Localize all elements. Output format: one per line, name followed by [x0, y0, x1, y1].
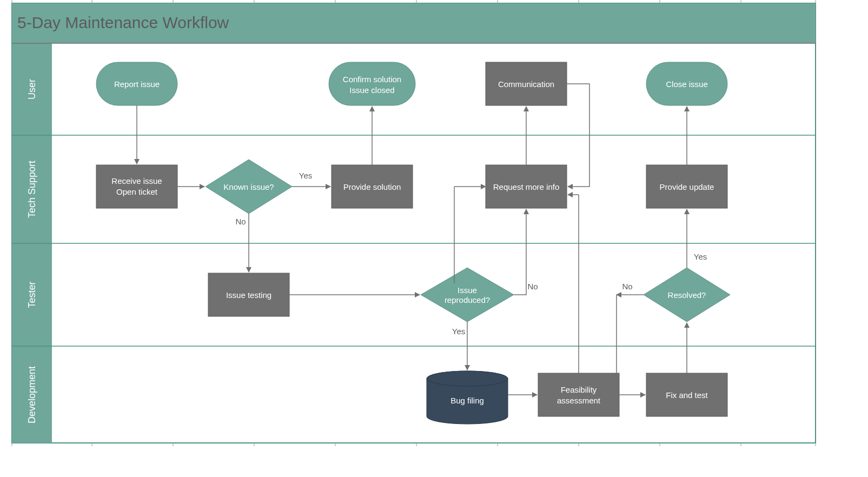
- node-confirm-solution-label1: Confirm solution: [343, 75, 401, 84]
- node-bug-filing: Bug filing: [427, 371, 508, 424]
- node-known-issue: Known issue?: [206, 160, 292, 214]
- label-repro-no: No: [527, 282, 538, 291]
- node-report-issue-label: Report issue: [114, 80, 160, 89]
- diagram-title: 5-Day Maintenance Workflow: [17, 14, 229, 31]
- svg-text:Known issue?: Known issue?: [223, 182, 274, 191]
- label-resolved-yes: Yes: [694, 252, 707, 261]
- label-known-no: No: [235, 217, 246, 226]
- svg-point-7: [427, 371, 508, 386]
- svg-text:Bug filing: Bug filing: [450, 396, 484, 405]
- node-feasibility-label2: assessment: [557, 396, 601, 405]
- lane-label-support: Tech Support: [26, 161, 37, 218]
- node-resolved: Resolved?: [644, 268, 730, 322]
- node-communication-label: Communication: [498, 80, 554, 89]
- node-provide-update-label: Provide update: [660, 182, 714, 191]
- svg-text:Resolved?: Resolved?: [668, 290, 706, 300]
- label-repro-yes: Yes: [452, 327, 465, 336]
- node-feasibility-label1: Feasibility: [561, 385, 597, 394]
- svg-text:Issue: Issue: [458, 286, 477, 295]
- edge-repro-no: [514, 209, 526, 295]
- lane-label-tester: Tester: [26, 281, 37, 308]
- node-issue-testing-label: Issue testing: [226, 290, 271, 300]
- svg-text:reproduced?: reproduced?: [445, 295, 490, 304]
- node-confirm-solution: [329, 62, 415, 105]
- node-provide-solution-label: Provide solution: [343, 182, 401, 191]
- node-receive-issue-label2: Open ticket: [116, 187, 158, 196]
- node-fix-and-test-label: Fix and test: [666, 390, 708, 400]
- lane-label-dev: Development: [26, 366, 37, 423]
- node-receive-issue-label1: Receive issue: [111, 176, 162, 186]
- label-resolved-no: No: [622, 282, 632, 291]
- node-close-issue-label: Close issue: [666, 80, 708, 89]
- node-feasibility: [538, 373, 619, 416]
- label-known-yes: Yes: [299, 171, 312, 180]
- node-confirm-solution-label2: Issue closed: [349, 85, 394, 95]
- node-request-more-info-label: Request more info: [493, 182, 560, 191]
- lane-label-user: User: [26, 79, 37, 100]
- node-issue-reproduced: Issue reproduced?: [421, 268, 514, 322]
